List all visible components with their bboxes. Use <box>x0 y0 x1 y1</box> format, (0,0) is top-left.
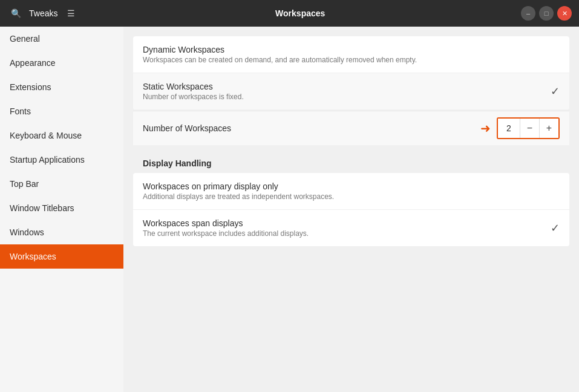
titlebar-left: 🔍 Tweaks ☰ <box>7 5 79 22</box>
static-workspaces-row[interactable]: Static Workspaces Number of workspaces i… <box>133 73 569 109</box>
search-button[interactable]: 🔍 <box>7 5 24 22</box>
menu-button[interactable]: ☰ <box>62 5 79 22</box>
sidebar-item-startup-applications[interactable]: Startup Applications <box>0 148 123 172</box>
minimize-icon: – <box>526 10 530 17</box>
minimize-button[interactable]: – <box>521 6 535 21</box>
window-title: Workspaces <box>79 8 521 18</box>
sidebar-item-top-bar[interactable]: Top Bar <box>0 172 123 196</box>
arrow-icon: ➜ <box>480 121 491 136</box>
span-displays-check: ✓ <box>551 221 560 235</box>
number-of-workspaces-row: Number of Workspaces ➜ − + <box>133 111 569 145</box>
primary-display-title: Workspaces on primary display only <box>143 181 560 191</box>
display-handling-card: Workspaces on primary display only Addit… <box>133 173 569 246</box>
sidebar-item-window-titlebars[interactable]: Window Titlebars <box>0 196 123 220</box>
decrement-button[interactable]: − <box>520 119 539 138</box>
display-handling-section: Display Handling Workspaces on primary d… <box>133 151 569 246</box>
close-icon: ✕ <box>562 10 568 18</box>
workspace-count-input[interactable] <box>498 119 520 138</box>
maximize-button[interactable]: □ <box>539 6 554 21</box>
content-area: Dynamic Workspaces Workspaces can be cre… <box>123 27 579 392</box>
sidebar-item-fonts[interactable]: Fonts <box>0 99 123 123</box>
number-control: − + <box>497 117 560 139</box>
span-displays-row[interactable]: Workspaces span displays The current wor… <box>133 209 569 246</box>
search-icon: 🔍 <box>11 8 21 18</box>
static-workspaces-check: ✓ <box>551 85 560 98</box>
sidebar-item-workspaces[interactable]: Workspaces <box>0 244 123 269</box>
maximize-icon: □ <box>545 10 549 17</box>
number-of-workspaces-label: Number of Workspaces <box>143 123 480 133</box>
plus-icon: + <box>546 123 552 134</box>
primary-display-subtitle: Additional displays are treated as indep… <box>143 192 560 201</box>
main-layout: General Appearance Extensions Fonts Keyb… <box>0 27 579 392</box>
increment-button[interactable]: + <box>539 119 558 138</box>
app-title: Tweaks <box>29 8 57 18</box>
sidebar-item-extensions[interactable]: Extensions <box>0 75 123 99</box>
titlebar-right: – □ ✕ <box>521 6 572 21</box>
sidebar-item-windows[interactable]: Windows <box>0 220 123 244</box>
primary-display-row[interactable]: Workspaces on primary display only Addit… <box>133 173 569 209</box>
static-workspaces-subtitle: Number of workspaces is fixed. <box>143 93 551 101</box>
dynamic-workspaces-subtitle: Workspaces can be created on demand, and… <box>143 56 560 64</box>
dynamic-workspaces-title: Dynamic Workspaces <box>143 45 560 54</box>
minus-icon: − <box>527 123 532 134</box>
static-workspaces-title: Static Workspaces <box>143 82 551 91</box>
span-displays-subtitle: The current workspace includes additiona… <box>143 229 551 238</box>
display-handling-heading: Display Handling <box>133 151 569 173</box>
titlebar: 🔍 Tweaks ☰ Workspaces – □ ✕ <box>0 0 579 27</box>
sidebar: General Appearance Extensions Fonts Keyb… <box>0 27 123 392</box>
span-displays-title: Workspaces span displays <box>143 218 551 228</box>
dynamic-workspaces-row[interactable]: Dynamic Workspaces Workspaces can be cre… <box>133 36 569 73</box>
workspace-type-card: Dynamic Workspaces Workspaces can be cre… <box>133 36 569 109</box>
sidebar-item-keyboard-mouse[interactable]: Keyboard & Mouse <box>0 123 123 148</box>
close-button[interactable]: ✕ <box>557 6 572 21</box>
menu-icon: ☰ <box>67 8 75 18</box>
sidebar-item-appearance[interactable]: Appearance <box>0 51 123 75</box>
sidebar-item-general[interactable]: General <box>0 27 123 51</box>
